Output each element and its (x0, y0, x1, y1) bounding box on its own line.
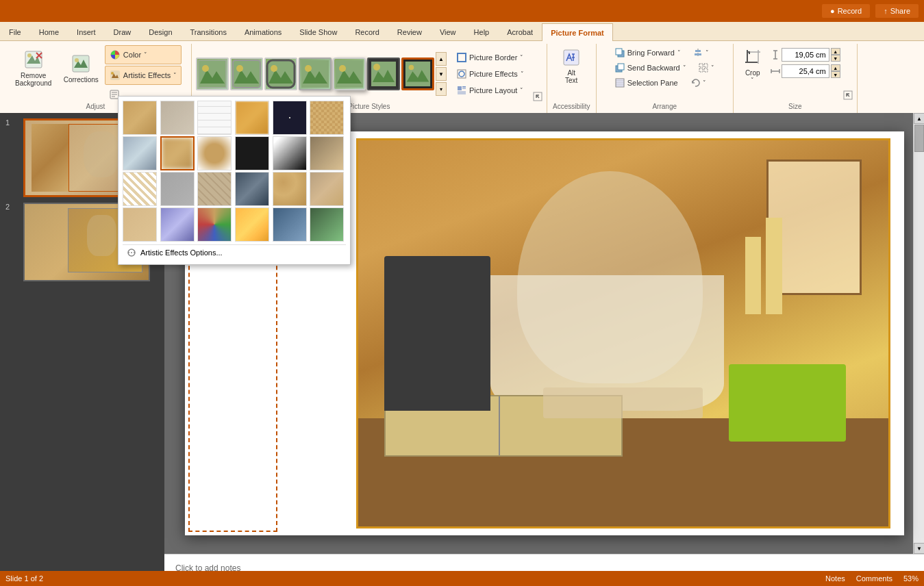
effect-line-drawing[interactable] (197, 101, 232, 135)
tab-pictureformat[interactable]: Picture Format (542, 23, 613, 41)
effect-texturizer[interactable] (310, 172, 344, 206)
style-thumb-1[interactable] (196, 58, 229, 90)
color-button[interactable]: Color ˅ (105, 45, 182, 64)
tab-design[interactable]: Design (140, 23, 181, 40)
picture-layout-icon (457, 86, 466, 95)
svg-rect-45 (695, 50, 701, 52)
tab-slideshow[interactable]: Slide Show (290, 23, 346, 40)
selection-pane-button[interactable]: Selection Pane (610, 75, 683, 90)
tab-record[interactable]: Record (346, 23, 388, 40)
alt-text-button[interactable]: Alt Text (555, 45, 588, 88)
effect-blur[interactable]: Blur (160, 136, 195, 170)
effect-soft-edges[interactable] (197, 136, 232, 170)
share-button[interactable]: ↑ Share (875, 4, 919, 18)
picture-layout-label: Picture Layout (469, 86, 517, 94)
style-thumb-4[interactable] (299, 58, 332, 90)
width-down-button[interactable]: ▼ (831, 71, 840, 78)
effect-photocopy[interactable] (273, 136, 307, 170)
color-icon (110, 49, 121, 60)
effect-paint-strokes[interactable] (123, 172, 157, 206)
comments-status[interactable]: Comments (856, 574, 892, 583)
width-up-button[interactable]: ▲ (831, 64, 840, 71)
tab-file[interactable]: File (0, 23, 30, 40)
effect-chalk[interactable] (273, 101, 307, 135)
tab-animations[interactable]: Animations (236, 23, 290, 40)
styles-nav-up[interactable]: ▲ (436, 52, 447, 66)
effect-extra-3[interactable] (310, 207, 344, 242)
corrections-button[interactable]: Corrections (59, 45, 103, 92)
effect-extra2-preview (273, 208, 306, 241)
effect-film-grain[interactable] (310, 136, 344, 170)
styles-nav-down[interactable]: ▼ (436, 67, 447, 81)
effect-cutout[interactable] (235, 172, 269, 206)
effect-mosaic[interactable] (310, 101, 344, 135)
artistic-effects-options-button[interactable]: Artistic Effects Options... (123, 244, 346, 260)
effect-plastic-wrap[interactable] (160, 207, 195, 242)
tab-home[interactable]: Home (30, 23, 68, 40)
remove-background-icon (24, 50, 43, 69)
effect-crosshatch[interactable] (197, 172, 232, 206)
tab-review[interactable]: Review (388, 23, 431, 40)
svg-rect-43 (616, 49, 622, 55)
effect-grain[interactable] (123, 207, 157, 242)
tab-insert[interactable]: Insert (68, 23, 105, 40)
height-down-button[interactable]: ▼ (831, 55, 840, 62)
effect-glass[interactable] (123, 136, 157, 170)
tab-help[interactable]: Help (465, 23, 499, 40)
width-input[interactable] (782, 64, 829, 78)
arrange-row2: Send Backward ˅ ˅ (610, 60, 719, 75)
scroll-thumb[interactable] (914, 125, 924, 152)
group-button[interactable]: ˅ (694, 60, 719, 75)
tab-draw[interactable]: Draw (105, 23, 140, 40)
height-up-button[interactable]: ▲ (831, 48, 840, 55)
tab-transitions[interactable]: Transitions (182, 23, 236, 40)
group-dropdown-icon: ˅ (711, 64, 714, 71)
svg-rect-7 (110, 71, 120, 80)
effect-watercolor[interactable] (235, 101, 269, 135)
style-thumb-6[interactable] (367, 58, 400, 90)
effect-glow-edges[interactable] (235, 136, 269, 170)
effect-extra-1[interactable] (235, 207, 269, 242)
height-input[interactable] (782, 48, 829, 62)
picture-effects-button[interactable]: Picture Effects ˅ (452, 66, 529, 81)
effect-pencil-grayscale[interactable] (160, 172, 195, 206)
picture-styles-expand[interactable] (533, 92, 542, 103)
crop-button[interactable]: Crop ˅ (738, 45, 768, 87)
send-backward-button[interactable]: Send Backward ˅ (610, 60, 691, 75)
size-inputs: ▲ ▼ ▲ ▼ (771, 48, 840, 78)
style-thumb-5[interactable] (333, 58, 366, 90)
style-thumb-7[interactable] (401, 58, 434, 90)
book-spine (499, 396, 500, 455)
effect-sponge[interactable] (273, 172, 307, 206)
tab-view[interactable]: View (431, 23, 465, 40)
style-thumb-3[interactable] (264, 58, 297, 90)
notes-status[interactable]: Notes (825, 574, 845, 583)
effect-none[interactable] (123, 101, 157, 135)
remove-background-button[interactable]: Remove Background (10, 45, 58, 92)
scroll-up-button[interactable]: ▲ (914, 113, 924, 124)
arrange-group-content: Bring Forward ˅ ˅ (610, 45, 719, 103)
artistic-effects-button[interactable]: Artistic Effects ˅ (105, 66, 182, 85)
picture-layout-button[interactable]: Picture Layout ˅ (452, 83, 529, 98)
style-thumb-2[interactable] (230, 58, 263, 90)
scroll-down-button[interactable]: ▼ (914, 543, 924, 554)
adjust-group-content: Remove Background Corrections (10, 45, 182, 103)
rotate-button[interactable]: ˅ (686, 75, 711, 90)
artistic-effects-options-label: Artistic Effects Options... (140, 249, 223, 257)
right-scrollbar[interactable]: ▲ ▼ (913, 113, 924, 554)
picture-border-button[interactable]: Picture Border ˅ (452, 50, 529, 65)
slide-info: Slide 1 of 2 (5, 574, 43, 583)
align-button[interactable]: ˅ (688, 45, 714, 60)
tab-acrobat[interactable]: Acrobat (498, 23, 542, 40)
bring-forward-icon (615, 48, 625, 58)
record-button[interactable]: ● Record (822, 4, 870, 18)
effect-pencil-sketch[interactable] (160, 101, 195, 135)
svg-point-21 (339, 65, 346, 72)
effect-stained-glass[interactable] (197, 207, 232, 242)
size-expand-button[interactable] (843, 90, 853, 101)
styles-nav-expand[interactable]: ▾ (436, 82, 447, 96)
effect-extra-2[interactable] (273, 207, 307, 242)
picture-border-icon (457, 53, 466, 62)
bring-forward-button[interactable]: Bring Forward ˅ (610, 45, 686, 60)
main-photo[interactable] (356, 138, 890, 528)
